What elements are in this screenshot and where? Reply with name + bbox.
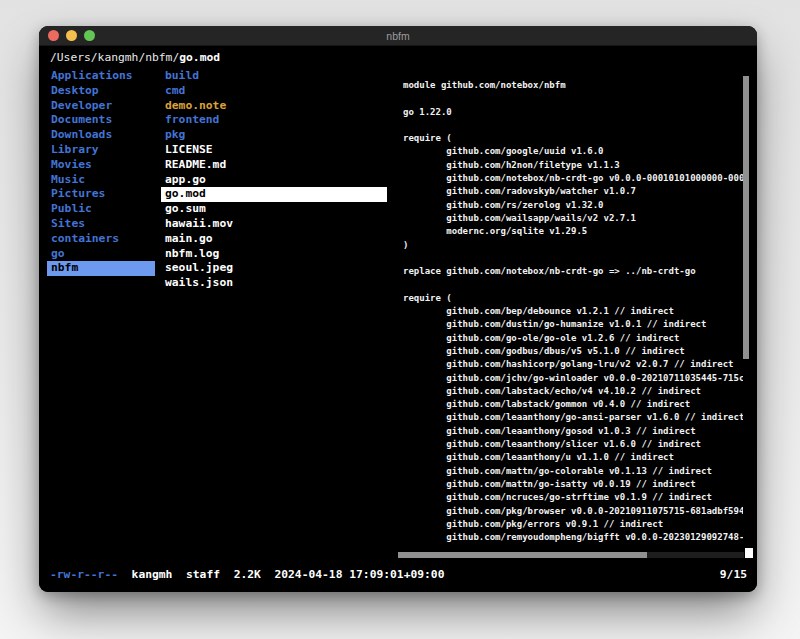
preview-code-line — [403, 92, 743, 105]
status-left: -rw-r--r--kangmh staff 2.2K 2024-04-18 1… — [50, 568, 444, 581]
file-list: buildcmddemo.notefrontendpkgLICENSEREADM… — [161, 69, 387, 291]
current-file-name: go.mod — [179, 51, 220, 64]
file-permissions: -rw-r--r-- — [50, 568, 118, 581]
file-list-item[interactable]: frontend — [161, 113, 387, 128]
parent-directory-item[interactable]: nbfm — [47, 261, 155, 276]
preview-code-line: github.com/pkg/errors v0.9.1 // indirect — [403, 518, 743, 531]
parent-directory-item[interactable]: Applications — [47, 69, 155, 84]
preview-code-line: github.com/dustin/go-humanize v1.0.1 // … — [403, 318, 743, 331]
preview-code-line: github.com/pkg/browser v0.0.0-2021091107… — [403, 505, 743, 518]
preview-code-line: github.com/google/uuid v1.6.0 — [403, 145, 743, 158]
zoom-button[interactable] — [84, 30, 95, 41]
window-titlebar[interactable]: nbfm — [39, 26, 757, 46]
file-list-item[interactable]: hawaii.mov — [161, 217, 387, 232]
preview-code-line: github.com/notebox/nb-crdt-go v0.0.0-000… — [403, 172, 743, 185]
file-list-item[interactable]: README.md — [161, 158, 387, 173]
preview-code-line: github.com/wailsapp/wails/v2 v2.7.1 — [403, 212, 743, 225]
file-meta-info: kangmh staff 2.2K 2024-04-18 17:09:01+09… — [132, 568, 445, 581]
preview-code-line — [403, 278, 743, 291]
parent-directory-item[interactable]: Sites — [47, 217, 155, 232]
minimize-button[interactable] — [66, 30, 77, 41]
preview-code-line: github.com/leaanthony/gosod v1.0.3 // in… — [403, 425, 743, 438]
preview-code-line: github.com/ncruces/go-strftime v0.1.9 //… — [403, 491, 743, 504]
window-title: nbfm — [386, 30, 409, 42]
preview-code-line: replace github.com/notebox/nb-crdt-go =>… — [403, 265, 743, 278]
preview-horizontal-scrollbar-thumb[interactable] — [398, 552, 647, 558]
preview-code-line: github.com/mattn/go-isatty v0.0.19 // in… — [403, 478, 743, 491]
preview-code-line: github.com/jchv/go-winloader v0.0.0-2021… — [403, 372, 743, 385]
file-list-item[interactable]: seoul.jpeg — [161, 261, 387, 276]
preview-code-line: github.com/h2non/filetype v1.1.3 — [403, 159, 743, 172]
preview-code-line: module github.com/notebox/nbfm — [403, 79, 743, 92]
preview-horizontal-scrollbar-track[interactable] — [398, 552, 744, 558]
parent-directory-item[interactable]: Music — [47, 173, 155, 188]
preview-code-line: github.com/radovskyb/watcher v1.0.7 — [403, 185, 743, 198]
preview-code-line — [403, 252, 743, 265]
file-list-item[interactable]: app.go — [161, 173, 387, 188]
parent-directory-item[interactable]: Pictures — [47, 187, 155, 202]
parent-directory-item[interactable]: Library — [47, 143, 155, 158]
preview-code-line: github.com/mattn/go-colorable v0.1.13 //… — [403, 465, 743, 478]
preview-code-line: github.com/leaanthony/u v1.1.0 // indire… — [403, 451, 743, 464]
terminal-content: /Users/kangmh/nbfm/go.mod ApplicationsDe… — [39, 46, 757, 592]
parent-directory-item[interactable]: containers — [47, 232, 155, 247]
preview-code-line: github.com/labstack/gommon v0.4.0 // ind… — [403, 398, 743, 411]
file-position-indicator: 9/15 — [720, 568, 747, 581]
file-list-item[interactable]: go.sum — [161, 202, 387, 217]
preview-code-line: require ( — [403, 132, 743, 145]
preview-code-line: github.com/remyoudompheng/bigfft v0.0.0-… — [403, 531, 743, 544]
file-list-item[interactable]: wails.json — [161, 276, 387, 291]
file-list-item[interactable]: nbfm.log — [161, 247, 387, 262]
preview-code-line: github.com/leaanthony/go-ansi-parser v1.… — [403, 411, 743, 424]
file-list-item[interactable]: pkg — [161, 128, 387, 143]
preview-code-line: github.com/go-ole/go-ole v1.2.6 // indir… — [403, 332, 743, 345]
preview-code-line — [403, 119, 743, 132]
terminal-cursor — [745, 548, 753, 558]
parent-directory-item[interactable]: Downloads — [47, 128, 155, 143]
parent-directory-item[interactable]: Documents — [47, 113, 155, 128]
preview-code-line: github.com/labstack/echo/v4 v4.10.2 // i… — [403, 385, 743, 398]
current-directory-path: /Users/kangmh/nbfm/ — [50, 51, 179, 64]
file-preview-pane[interactable]: module github.com/notebox/nbfmgo 1.22.0r… — [403, 79, 743, 557]
preview-code-line: go 1.22.0 — [403, 106, 743, 119]
file-list-item[interactable]: go.mod — [161, 187, 387, 202]
traffic-lights — [48, 26, 95, 45]
preview-code-line: modernc.org/sqlite v1.29.5 — [403, 225, 743, 238]
preview-code-line: github.com/leaanthony/slicer v1.6.0 // i… — [403, 438, 743, 451]
preview-vertical-scrollbar[interactable] — [743, 76, 749, 359]
parent-directory-item[interactable]: Desktop — [47, 84, 155, 99]
file-list-item[interactable]: build — [161, 69, 387, 84]
preview-code-line: require ( — [403, 292, 743, 305]
parent-directory-item[interactable]: Movies — [47, 158, 155, 173]
parent-directory-list: ApplicationsDesktopDeveloperDocumentsDow… — [47, 69, 155, 276]
preview-code-line: github.com/bep/debounce v1.2.1 // indire… — [403, 305, 743, 318]
parent-directory-item[interactable]: go — [47, 247, 155, 262]
terminal-window: nbfm /Users/kangmh/nbfm/go.mod Applicati… — [39, 26, 757, 592]
file-list-item[interactable]: cmd — [161, 84, 387, 99]
preview-code-line: github.com/hashicorp/golang-lru/v2 v2.0.… — [403, 358, 743, 371]
file-list-item[interactable]: demo.note — [161, 99, 387, 114]
preview-code-line: github.com/rs/zerolog v1.32.0 — [403, 199, 743, 212]
file-list-item[interactable]: main.go — [161, 232, 387, 247]
breadcrumb: /Users/kangmh/nbfm/go.mod — [50, 51, 220, 64]
close-button[interactable] — [48, 30, 59, 41]
preview-code-line: github.com/godbus/dbus/v5 v5.1.0 // indi… — [403, 345, 743, 358]
parent-directory-item[interactable]: Developer — [47, 99, 155, 114]
parent-directory-item[interactable]: Public — [47, 202, 155, 217]
status-bar: -rw-r--r--kangmh staff 2.2K 2024-04-18 1… — [50, 568, 747, 581]
file-list-item[interactable]: LICENSE — [161, 143, 387, 158]
preview-code-line: ) — [403, 239, 743, 252]
